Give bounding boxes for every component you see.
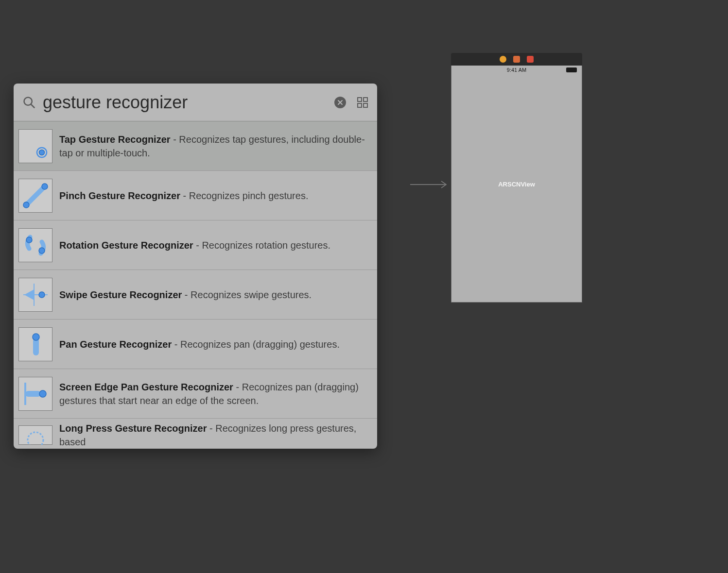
result-title: Long Press Gesture Recognizer (59, 423, 207, 434)
result-item-swipe[interactable]: Swipe Gesture Recognizer - Recognizes sw… (14, 270, 377, 320)
svg-point-11 (42, 184, 48, 189)
result-description: Recognizes pan (dragging) gestures. (180, 339, 340, 350)
tap-gesture-icon (18, 129, 52, 163)
result-item-long-press[interactable]: Long Press Gesture Recognizer - Recogniz… (14, 419, 377, 449)
result-title: Pinch Gesture Recognizer (59, 190, 180, 201)
swipe-gesture-icon (18, 278, 52, 312)
svg-point-17 (39, 292, 45, 298)
rotation-gesture-icon (18, 228, 52, 262)
status-bar: 9:41 AM (451, 66, 582, 74)
result-title: Pan Gesture Recognizer (59, 339, 172, 350)
svg-rect-5 (358, 98, 362, 101)
toolbar-icon-2[interactable] (513, 56, 520, 63)
view-label: ARSCNView (498, 180, 535, 187)
svg-point-22 (39, 390, 46, 397)
grid-view-button[interactable] (357, 97, 368, 108)
search-bar (14, 84, 377, 121)
result-item-edge-pan[interactable]: Screen Edge Pan Gesture Recognizer - Rec… (14, 369, 377, 419)
edge-pan-gesture-icon (18, 377, 52, 411)
toolbar-icon-1[interactable] (500, 56, 506, 63)
pan-gesture-icon (18, 327, 52, 361)
pinch-gesture-icon (18, 179, 52, 213)
svg-point-19 (33, 334, 39, 340)
svg-point-14 (39, 248, 45, 253)
svg-rect-21 (25, 391, 41, 397)
result-description: Recognizes rotation gestures. (202, 240, 330, 251)
device-preview: 9:41 AM ARSCNView (451, 53, 582, 303)
results-list: Tap Gesture Recognizer - Recognizes tap … (14, 121, 377, 449)
svg-point-13 (26, 237, 32, 243)
result-text: Long Press Gesture Recognizer - Recogniz… (59, 421, 372, 449)
device-toolbar (451, 53, 582, 66)
result-title: Tap Gesture Recognizer (59, 134, 171, 145)
svg-point-23 (28, 432, 43, 445)
clear-search-button[interactable] (334, 97, 346, 108)
drag-arrow (410, 180, 450, 191)
result-item-pinch[interactable]: Pinch Gesture Recognizer - Recognizes pi… (14, 171, 377, 220)
device-screen[interactable]: 9:41 AM ARSCNView (451, 66, 582, 303)
result-item-pan[interactable]: Pan Gesture Recognizer - Recognizes pan … (14, 320, 377, 369)
svg-rect-7 (358, 103, 362, 107)
result-text: Tap Gesture Recognizer - Recognizes tap … (59, 133, 372, 160)
search-icon (22, 96, 36, 109)
search-input[interactable] (43, 92, 334, 113)
status-time: 9:41 AM (507, 67, 526, 73)
battery-icon (566, 67, 577, 72)
toolbar-icon-3[interactable] (527, 56, 534, 63)
svg-rect-6 (364, 98, 367, 101)
svg-point-12 (23, 202, 29, 208)
svg-line-2 (31, 104, 35, 107)
svg-rect-8 (364, 103, 367, 107)
result-title: Rotation Gesture Recognizer (59, 240, 193, 251)
long-press-gesture-icon (18, 425, 52, 445)
result-item-rotation[interactable]: Rotation Gesture Recognizer - Recognizes… (14, 220, 377, 270)
result-text: Screen Edge Pan Gesture Recognizer - Rec… (59, 380, 372, 407)
result-title: Swipe Gesture Recognizer (59, 289, 182, 300)
result-text: Rotation Gesture Recognizer - Recognizes… (59, 238, 372, 252)
svg-point-10 (39, 150, 45, 155)
result-text: Pan Gesture Recognizer - Recognizes pan … (59, 337, 372, 351)
result-text: Pinch Gesture Recognizer - Recognizes pi… (59, 189, 372, 202)
result-title: Screen Edge Pan Gesture Recognizer (59, 382, 233, 392)
result-item-tap[interactable]: Tap Gesture Recognizer - Recognizes tap … (14, 121, 377, 171)
result-description: Recognizes swipe gestures. (191, 289, 312, 300)
result-text: Swipe Gesture Recognizer - Recognizes sw… (59, 288, 372, 302)
result-description: Recognizes pinch gestures. (189, 190, 309, 201)
object-library-panel: Tap Gesture Recognizer - Recognizes tap … (14, 84, 377, 449)
